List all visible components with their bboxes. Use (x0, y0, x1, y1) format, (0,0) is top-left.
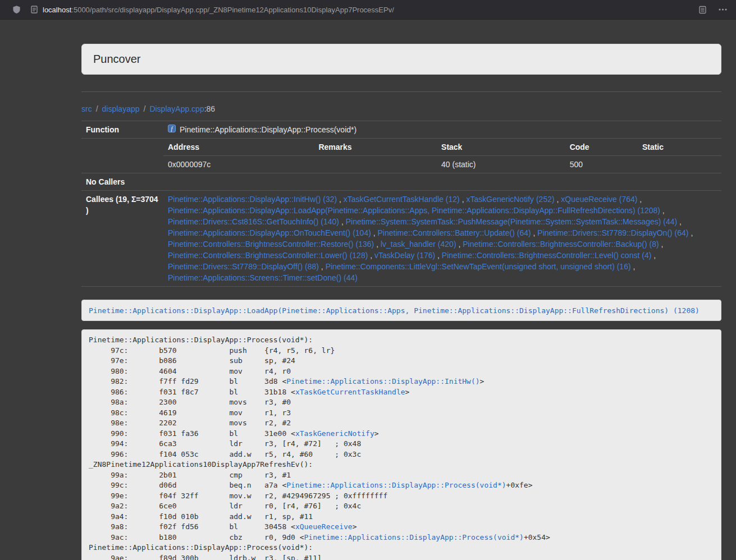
callee-link[interactable]: Pinetime::Applications::DisplayApp::OnTo… (168, 228, 371, 237)
app-header: Puncover (81, 44, 721, 75)
no-callers-label: No Callers (81, 173, 163, 191)
asm-line: 9a8: f02f fd56 bl 30458 <xQueueReceive> (89, 522, 714, 533)
asm-line: 98a: 2300 movs r3, #0 (89, 397, 714, 408)
callee-link[interactable]: Pinetime::Controllers::Battery::Update()… (378, 228, 531, 237)
asm-symbol-link[interactable]: Pinetime::Applications::DisplayApp::Proc… (304, 533, 524, 541)
stats-row-container: Address Remarks Stack Code Static 0x0000… (81, 139, 721, 173)
asm-line: 99a: 2b01 cmp r3, #1 (89, 470, 714, 481)
callee-link[interactable]: Pinetime::Drivers::Cst816S::GetTouchInfo… (168, 217, 339, 226)
stats-header-remarks: Remarks (314, 139, 437, 156)
stats-code: 500 (565, 156, 638, 173)
asm-line: 99c: d06d beq.n a7a <Pinetime::Applicati… (89, 480, 714, 491)
stats-address: 0x0000097c (163, 156, 314, 173)
asm-symbol-link[interactable]: xTaskGetCurrentTaskHandle (295, 388, 405, 396)
asm-line: 9a2: 6ce0 ldr r0, [r4, #76] ; 0x4c (89, 501, 714, 512)
callees-list: Pinetime::Applications::DisplayApp::Init… (168, 194, 717, 283)
stats-header-row: Address Remarks Stack Code Static (163, 139, 721, 156)
callee-link[interactable]: Pinetime::Applications::Screens::Timer::… (168, 273, 358, 282)
callee-link[interactable]: Pinetime::Applications::DisplayApp::Load… (168, 206, 660, 215)
symbol-panel-link[interactable]: Pinetime::Applications::DisplayApp::Load… (89, 306, 700, 315)
callee-separator: , (460, 195, 467, 204)
url-host: localhost (43, 6, 71, 14)
callees-row: Callees (19, Σ=3704 ) Pinetime::Applicat… (81, 191, 721, 287)
breadcrumb-line-number: :86 (204, 104, 215, 113)
reader-mode-icon[interactable] (699, 6, 706, 14)
disassembly: Pinetime::Applications::DisplayApp::Proc… (81, 329, 721, 560)
callee-separator: , (531, 228, 538, 237)
url-bar[interactable]: localhost:5000/path/src/displayapp/Displ… (31, 6, 699, 14)
breadcrumb-link-src[interactable]: src (81, 104, 92, 113)
callees-label: Callees (19, Σ=3704 ) (81, 191, 163, 287)
breadcrumb-link-file[interactable]: DisplayApp.cpp (149, 104, 204, 113)
callee-separator: , (456, 240, 463, 249)
callee-link[interactable]: xTaskGenericNotify (252) (466, 195, 554, 204)
callee-link[interactable]: Pinetime::Controllers::BrightnessControl… (463, 240, 659, 249)
asm-line: 97c: b570 push {r4, r5, r6, lr} (89, 346, 714, 356)
callee-separator: , (371, 228, 378, 237)
callee-separator: , (651, 251, 656, 260)
asm-symbol-link[interactable]: xTaskGenericNotify (295, 429, 374, 438)
callee-link[interactable]: vTaskDelay (176) (374, 251, 435, 260)
stats-stack: 40 (static) (437, 156, 565, 173)
section-divider (81, 91, 721, 92)
function-row-label: Function (81, 121, 163, 139)
app-title: Puncover (93, 53, 141, 65)
callee-separator: , (374, 240, 381, 249)
callee-separator: , (689, 228, 693, 237)
asm-line: Pinetime::Applications::DisplayApp::Proc… (89, 543, 714, 553)
callee-link[interactable]: lv_task_handler (420) (381, 240, 456, 249)
breadcrumb-separator: / (96, 104, 98, 113)
callee-separator: , (555, 195, 561, 204)
callee-link[interactable]: Pinetime::Controllers::BrightnessControl… (442, 251, 651, 260)
stats-header-code: Code (565, 139, 638, 156)
callee-separator: , (339, 217, 346, 226)
asm-line: 99e: f04f 32ff mov.w r2, #4294967295 ; 0… (89, 491, 714, 502)
asm-line: 9ac: b180 cbz r0, 9d0 <Pinetime::Applica… (89, 533, 714, 543)
stats-header-address: Address (163, 139, 314, 156)
stats-static (638, 156, 721, 173)
asm-line: 994: 6ca3 ldr r3, [r4, #72] ; 0x48 (89, 439, 714, 449)
asm-line: 98c: 4619 mov r1, r3 (89, 408, 714, 419)
page-actions-icon[interactable] (719, 8, 727, 11)
asm-line: 990: f031 fa36 bl 31e00 <xTaskGenericNot… (89, 429, 714, 439)
browser-bar: localhost:5000/path/src/displayapp/Displ… (0, 0, 736, 20)
stats-table: Address Remarks Stack Code Static 0x0000… (163, 139, 721, 173)
callee-link[interactable]: Pinetime::Controllers::BrightnessControl… (168, 251, 368, 260)
callee-link[interactable]: Pinetime::Components::LittleVgl::SetNewT… (326, 262, 631, 271)
asm-symbol-link[interactable]: Pinetime::Applications::DisplayApp::Init… (286, 377, 479, 385)
callee-link[interactable]: Pinetime::Controllers::BrightnessControl… (168, 240, 374, 249)
asm-line: 996: f104 053c add.w r5, r4, #60 ; 0x3c (89, 449, 714, 460)
callee-link[interactable]: xQueueReceive (764) (561, 195, 637, 204)
stats-row-label (81, 139, 163, 173)
function-row: Function f Pinetime::Applications::Displ… (81, 121, 721, 139)
url-text: localhost:5000/path/src/displayapp/Displ… (43, 6, 394, 14)
breadcrumb-separator: / (144, 104, 146, 113)
asm-symbol-link[interactable]: Pinetime::Applications::DisplayApp::Proc… (286, 481, 506, 489)
symbol-panel: Pinetime::Applications::DisplayApp::Load… (81, 300, 721, 321)
page-info-icon[interactable] (31, 6, 38, 13)
asm-symbol-link[interactable]: xQueueReceive (295, 522, 353, 531)
stats-header-stack: Stack (437, 139, 565, 156)
callee-separator: , (677, 217, 682, 226)
callee-separator: , (368, 251, 374, 260)
callee-link[interactable]: Pinetime::System::SystemTask::PushMessag… (346, 217, 678, 226)
asm-line: 9a4: f10d 010b add.w r1, sp, #11 (89, 512, 714, 522)
stats-header-static: Static (638, 139, 721, 156)
callee-separator: , (660, 206, 665, 215)
function-name: Pinetime::Applications::DisplayApp::Proc… (180, 124, 356, 135)
asm-line: 9ae: f89d 300b ldrb.w r3, [sp, #11] (89, 553, 714, 560)
callee-link[interactable]: xTaskGetCurrentTaskHandle (12) (344, 195, 460, 204)
stats-value-row: 0x0000097c 40 (static) 500 (163, 156, 721, 173)
callee-link[interactable]: Pinetime::Drivers::St7789::DisplayOn() (… (537, 228, 688, 237)
callee-separator: , (337, 195, 344, 204)
asm-line: 982: f7ff fd29 bl 3d8 <Pinetime::Applica… (89, 377, 714, 387)
asm-line: 986: f031 f8c7 bl 31b18 <xTaskGetCurrent… (89, 387, 714, 398)
callee-link[interactable]: Pinetime::Drivers::St7789::DisplayOff() … (168, 262, 319, 271)
shield-icon[interactable] (12, 5, 21, 14)
breadcrumb: src/displayapp/DisplayApp.cpp:86 (81, 103, 721, 114)
breadcrumb-link-displayapp[interactable]: displayapp (102, 104, 140, 113)
asm-line: _ZN8Pinetime12Applications10DisplayApp7R… (89, 460, 714, 470)
stats-remarks (314, 156, 437, 173)
callee-separator: , (435, 251, 442, 260)
callee-link[interactable]: Pinetime::Applications::DisplayApp::Init… (168, 195, 337, 204)
